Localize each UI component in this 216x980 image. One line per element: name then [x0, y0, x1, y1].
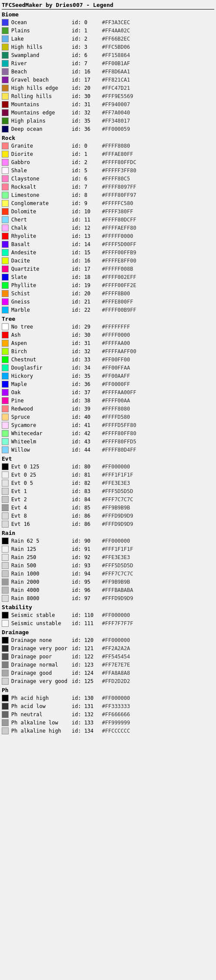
item-label: Deep ocean: [11, 126, 72, 132]
color-swatch: [2, 274, 9, 281]
color-swatch: [2, 233, 9, 240]
color-swatch: [2, 504, 9, 511]
color-swatch: [2, 661, 9, 668]
item-hex: #FF000000: [102, 695, 130, 701]
item-id: id: 124: [72, 670, 102, 676]
legend-row: Spruceid: 40#FFFFD580: [2, 413, 214, 421]
item-hex: #FFFD9D9D9: [102, 513, 133, 519]
item-hex: #FFFBABABA: [102, 587, 133, 593]
legend-row: Plainsid: 1#FF4AA02C: [2, 27, 214, 35]
legend-content: BiomeOceanid: 0#FF3A3CECPlainsid: 1#FF4A…: [2, 11, 214, 735]
color-swatch: [2, 340, 9, 347]
color-swatch: [2, 167, 9, 174]
item-hex: #FF158864: [102, 52, 130, 58]
legend-row: Ph alkaline lowid: 133#FF999999: [2, 719, 214, 727]
item-id: id: 32: [72, 348, 102, 354]
legend-row: Shaleid: 5#FFFFF3FF80: [2, 167, 214, 174]
item-label: Whitecedar: [11, 430, 72, 436]
item-label: High hills edge: [11, 85, 72, 91]
item-label: River: [11, 60, 72, 66]
item-id: id: 43: [72, 439, 102, 445]
item-label: No tree: [11, 324, 72, 330]
item-hex: #FFFF002EFF: [102, 274, 136, 280]
legend-row: Sycamoreid: 41#FFFFD5FF80: [2, 421, 214, 429]
item-id: id: 83: [72, 488, 102, 494]
color-swatch: [2, 480, 9, 487]
item-label: Claystone: [11, 176, 72, 182]
item-label: Mountains edge: [11, 110, 72, 116]
legend-row: Drainage very goodid: 125#FFD2D2D2: [2, 677, 214, 685]
item-id: id: 131: [72, 703, 102, 709]
item-hex: #FFF1F1F1F: [102, 546, 133, 552]
color-swatch: [2, 200, 9, 207]
legend-row: Drainage goodid: 124#FFA8A8A8: [2, 669, 214, 677]
item-hex: #FFFF5D00FF: [102, 241, 136, 247]
legend-row: Seismic stableid: 110#FF000000: [2, 611, 214, 619]
section-header-tree: Tree: [2, 316, 214, 322]
color-swatch: [2, 554, 9, 561]
legend-row: Chertid: 11#FFFF80DCFF: [2, 216, 214, 224]
item-hex: #FFFE800FF: [102, 299, 133, 305]
color-swatch: [2, 19, 9, 26]
item-id: id: 15: [72, 250, 102, 256]
legend-row: Basaltid: 14#FFFF5D00FF: [2, 240, 214, 248]
legend-row: Rain 62 5id: 90#FF000000: [2, 537, 214, 545]
item-hex: #FF999999: [102, 720, 130, 726]
item-label: Ph neutral: [11, 711, 72, 718]
item-hex: #FFFF80FFDC: [102, 159, 136, 165]
item-label: Pine: [11, 398, 72, 404]
item-id: id: 7: [72, 60, 102, 66]
item-id: id: 85: [72, 505, 102, 511]
item-hex: #FF348017: [102, 118, 130, 124]
item-label: Gneiss: [11, 299, 72, 305]
color-swatch: [2, 381, 9, 388]
item-hex: #FFF7C7C7C: [102, 571, 133, 577]
item-label: Rain 125: [11, 546, 72, 552]
item-id: id: 92: [72, 554, 102, 560]
item-hex: #FFA8A8A8: [102, 670, 130, 676]
color-swatch: [2, 44, 9, 51]
item-hex: #FFFF80FF80: [102, 430, 136, 436]
item-label: Basalt: [11, 241, 72, 247]
item-label: Spruce: [11, 414, 72, 420]
color-swatch: [2, 397, 9, 404]
item-id: id: 39: [72, 406, 102, 412]
item-hex: #FFFFFFFF: [102, 324, 130, 330]
legend-row: Rain 250id: 92#FFE3E3E3: [2, 553, 214, 561]
item-label: Drainage none: [11, 637, 72, 643]
item-hex: #FFE3E3E3: [102, 480, 130, 486]
color-swatch: [2, 85, 9, 92]
item-hex: #FFFD9D9D9: [102, 595, 133, 601]
color-swatch: [2, 463, 9, 470]
legend-row: Gneissid: 21#FFFE800FF: [2, 298, 214, 306]
legend-row: Pineid: 38#FFFF00AA: [2, 397, 214, 405]
item-hex: #FFF7C7C7C: [102, 496, 133, 503]
item-id: id: 81: [72, 472, 102, 478]
legend-row: Redwoodid: 39#FFFF8080: [2, 405, 214, 413]
legend-row: Aspenid: 31#FFFFAA00: [2, 339, 214, 347]
item-id: id: 14: [72, 241, 102, 247]
item-label: Shale: [11, 168, 72, 174]
item-id: id: 90: [72, 538, 102, 544]
color-swatch: [2, 159, 9, 166]
legend-row: Rhyoliteid: 13#FFFFF0000: [2, 232, 214, 240]
legend-row: Seismic unstableid: 111#FFF7F7F7F: [2, 620, 214, 627]
item-hex: #FFF7F7F7F: [102, 620, 133, 626]
item-hex: #FFC47D21: [102, 85, 130, 91]
item-id: id: 110: [72, 612, 102, 618]
item-label: Granite: [11, 143, 72, 149]
item-id: id: 7: [72, 184, 102, 190]
color-swatch: [2, 126, 9, 133]
item-hex: #FF000000: [102, 637, 130, 643]
item-label: Drainage normal: [11, 662, 72, 668]
color-swatch: [2, 595, 9, 602]
item-hex: #FF666666: [102, 711, 130, 718]
item-label: Oak: [11, 389, 72, 395]
item-id: id: 36: [72, 381, 102, 387]
color-swatch: [2, 537, 9, 544]
color-swatch: [2, 249, 9, 256]
color-swatch: [2, 653, 9, 660]
legend-row: Gabbroid: 2#FFFF80FFDC: [2, 158, 214, 166]
legend-row: Riverid: 7#FF00B1AF: [2, 60, 214, 67]
item-label: Evt 0 5: [11, 480, 72, 486]
